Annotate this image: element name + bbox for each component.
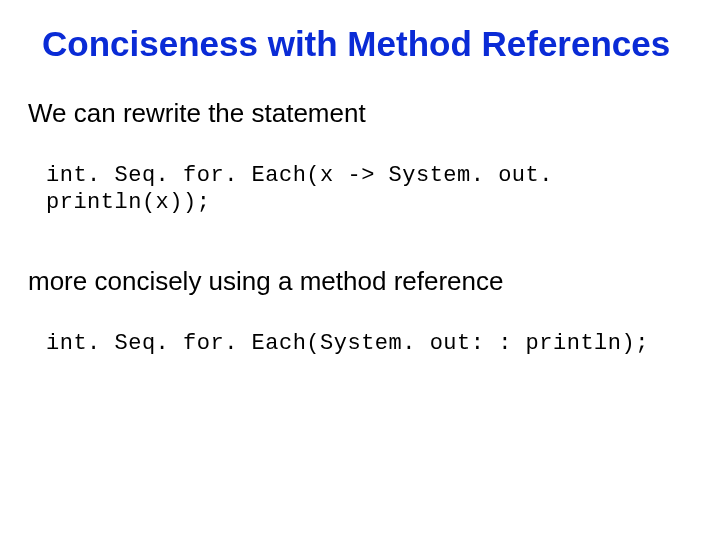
intro-line-1: We can rewrite the statement bbox=[28, 98, 692, 129]
intro-line-2: more concisely using a method reference bbox=[28, 266, 692, 297]
slide-title: Conciseness with Method References bbox=[42, 24, 692, 64]
code-block-2: int. Seq. for. Each(System. out: : print… bbox=[46, 331, 692, 357]
code-block-1: int. Seq. for. Each(x -> System. out. pr… bbox=[46, 163, 692, 216]
slide: Conciseness with Method References We ca… bbox=[0, 0, 720, 540]
